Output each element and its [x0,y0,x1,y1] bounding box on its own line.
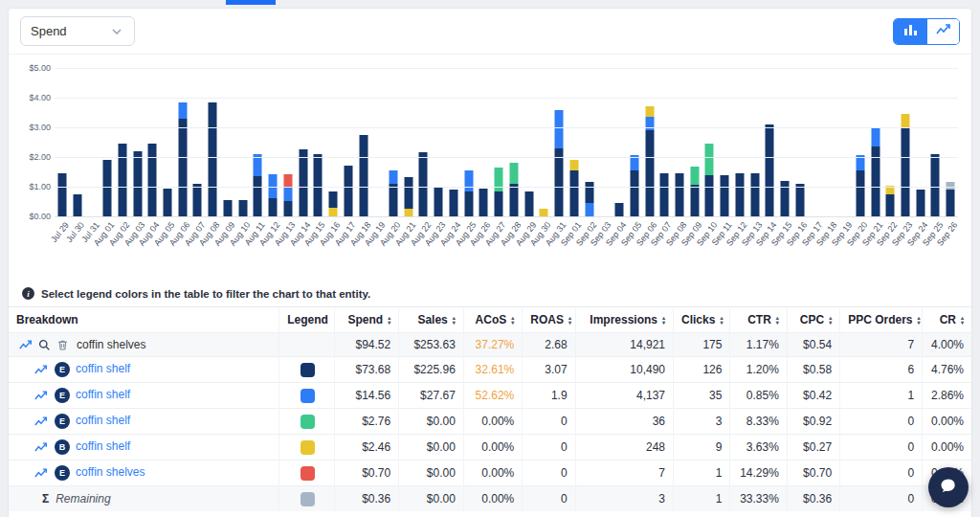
chart-bar[interactable]: Aug 26 [477,68,492,216]
chart-bar[interactable]: Aug 15 [310,68,325,216]
chart-bar[interactable]: Aug 12 [265,68,280,216]
chart-bar[interactable]: Sep 25 [928,68,944,216]
chart-bar[interactable]: Sep 10 [702,68,718,216]
chart-bar[interactable]: Sep 08 [672,68,687,216]
entity-link[interactable]: coffin shelf [76,415,130,428]
chart-bar[interactable]: Sep 09 [687,68,702,216]
chart-bar[interactable]: Sep 24 [913,68,928,216]
chart-bar[interactable]: Aug 11 [251,68,266,216]
legend-swatch-green[interactable] [301,415,315,429]
sort-icon[interactable]: ▴▾ [961,316,964,326]
chat-widget-button[interactable] [928,467,969,507]
line-chart-toggle-button[interactable] [926,19,959,44]
chart-line-icon[interactable] [34,391,48,401]
legend-swatch-navy[interactable] [301,363,315,377]
column-header-roas[interactable]: ROAS▴▾ [523,307,575,333]
chart-bar[interactable]: Aug 21 [401,68,416,216]
sort-icon[interactable]: ▴▾ [776,316,779,326]
chart-bar[interactable]: Aug 10 [235,68,251,216]
chart-bar[interactable]: Aug 02 [115,68,130,216]
sort-icon[interactable]: ▴▾ [511,316,514,326]
chart-bar[interactable]: Aug 30 [537,68,552,216]
chart-line-icon[interactable] [34,365,48,375]
chart-bar[interactable]: Aug 13 [280,68,296,216]
chart-bar[interactable]: Aug 06 [175,68,190,216]
sort-icon[interactable]: ▴▾ [453,316,456,326]
legend-swatch-red[interactable] [301,466,315,481]
chart-bar[interactable]: Sep 26 [943,68,958,216]
chart-bar[interactable]: Aug 07 [190,68,206,216]
chart-bar[interactable]: Aug 20 [386,68,401,216]
chart-bar[interactable]: Sep 20 [853,68,868,216]
entity-link[interactable]: coffin shelf [76,363,130,376]
chart-bar[interactable]: Sep 12 [732,68,747,216]
chart-bar[interactable]: Sep 18 [822,68,837,216]
chart-bar[interactable]: Aug 04 [145,68,160,216]
sort-icon[interactable]: ▴▾ [829,316,832,326]
chart-bar[interactable]: Sep 16 [792,68,808,216]
column-header-spend[interactable]: Spend▴▾ [334,307,399,333]
chart-bar[interactable]: Aug 18 [356,68,371,216]
column-header-cpc[interactable]: CPC▴▾ [787,307,839,333]
column-header-clicks[interactable]: Clicks▴▾ [674,307,730,333]
column-header-cr[interactable]: CR▴▾ [923,307,971,333]
chart-bar[interactable]: Sep 19 [837,68,853,216]
sort-icon[interactable]: ▴▾ [388,316,390,326]
legend-swatch-gray[interactable] [301,492,315,506]
chart-bar[interactable]: Sep 21 [868,68,883,216]
sort-icon[interactable]: ▴▾ [662,316,665,326]
legend-swatch-blue[interactable] [301,389,315,403]
chart-bar[interactable]: Aug 16 [325,68,341,216]
chart-bar[interactable]: Aug 22 [416,68,432,216]
chart-bar[interactable]: Sep 14 [763,68,778,216]
chart-line-icon[interactable] [19,340,33,350]
chart-bar[interactable]: Aug 03 [130,68,145,216]
chart-bar[interactable]: Aug 29 [522,68,537,216]
chart-line-icon[interactable] [34,442,48,453]
column-header-impressions[interactable]: Impressions▴▾ [575,307,673,333]
metric-select[interactable]: Spend [20,16,135,46]
chart-bar[interactable]: Sep 17 [808,68,823,216]
chart-bar[interactable]: Aug 28 [506,68,522,216]
sort-icon[interactable]: ▴▾ [720,316,723,326]
entity-link[interactable]: coffin shelf [76,389,130,402]
chart-bar[interactable]: Sep 11 [717,68,732,216]
chart-bar[interactable]: Aug 31 [551,68,567,216]
chart-bar[interactable]: Sep 05 [627,68,642,216]
entity-link[interactable]: coffin shelves [76,466,145,480]
chart-line-icon[interactable] [34,416,48,427]
chart-bar[interactable]: Aug 23 [431,68,446,216]
chart-bar[interactable]: Sep 23 [898,68,913,216]
chart-bar[interactable]: Sep 13 [747,68,763,216]
search-icon[interactable] [38,339,51,351]
chart-bar[interactable]: Jul 30 [70,68,85,216]
trash-icon[interactable] [56,339,69,351]
column-header-ppc_orders[interactable]: PPC Orders▴▾ [840,307,923,333]
sort-icon[interactable]: ▴▾ [568,316,571,326]
chart-bar[interactable]: Aug 27 [491,68,506,216]
chart-bar[interactable]: Sep 03 [596,68,612,216]
chart-bar[interactable]: Aug 19 [370,68,386,216]
chart-bar[interactable]: Aug 24 [446,68,461,216]
chart-bar[interactable]: Sep 06 [642,68,657,216]
chart-bar[interactable]: Sep 04 [612,68,627,216]
chart-bar[interactable]: Sep 22 [882,68,898,216]
column-header-acos[interactable]: ACoS▴▾ [463,307,522,333]
chart-bar[interactable]: Jul 29 [55,68,70,216]
entity-link[interactable]: coffin shelf [76,440,130,454]
chart-bar[interactable]: Sep 01 [567,68,582,216]
column-header-ctr[interactable]: CTR▴▾ [730,307,787,333]
legend-swatch-yellow[interactable] [301,440,315,455]
chart-line-icon[interactable] [34,468,48,479]
chart-bar[interactable]: Aug 08 [205,68,220,216]
chart-bar[interactable]: Aug 09 [220,68,235,216]
bar-chart-toggle-button[interactable] [894,19,926,44]
chart-bar[interactable]: Sep 07 [657,68,672,216]
chart-bar[interactable]: Aug 14 [296,68,311,216]
chart-bar[interactable]: Jul 31 [84,68,100,216]
chart-bar[interactable]: Sep 02 [582,68,597,216]
sort-icon[interactable]: ▴▾ [918,316,921,326]
chart-bar[interactable]: Sep 15 [777,68,792,216]
chart-bar[interactable]: Aug 25 [461,68,477,216]
chart-bar[interactable]: Aug 05 [160,68,175,216]
